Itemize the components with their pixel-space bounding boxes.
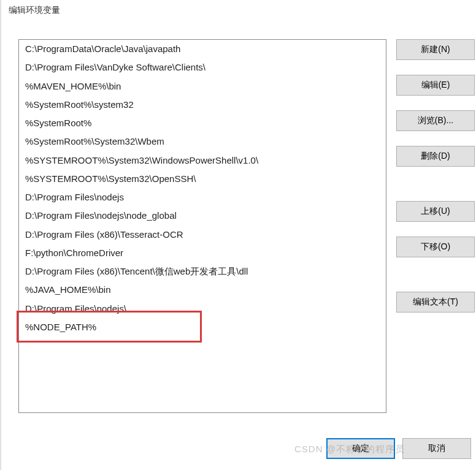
list-item[interactable]: %SystemRoot%\System32\Wbem [19,132,386,151]
list-item[interactable]: D:\Program Files\nodejs [19,188,386,207]
list-item[interactable]: D:\Program Files (x86)\Tesseract-OCR [19,226,386,244]
window-title: 编辑环境变量 [9,5,60,15]
delete-button[interactable]: 删除(D) [396,146,475,167]
title-bar: 编辑环境变量 [1,0,476,21]
list-item[interactable]: %JAVA_HOME%\bin [19,281,386,299]
list-item[interactable]: %SystemRoot% [19,114,386,132]
move-up-button[interactable]: 上移(U) [396,201,475,222]
path-listbox[interactable]: C:\ProgramData\Oracle\Java\javapath D:\P… [18,39,386,413]
list-item[interactable]: D:\Program Files\nodejs\ [19,300,386,318]
list-item[interactable]: %SYSTEMROOT%\System32\OpenSSH\ [19,170,386,188]
list-item[interactable]: %MAVEN_HOME%\bin [19,77,386,96]
new-button[interactable]: 新建(N) [396,39,475,60]
bottom-bar: 确定 取消 [326,438,471,459]
list-item[interactable]: %SYSTEMROOT%\System32\WindowsPowerShell\… [19,151,386,170]
ok-button[interactable]: 确定 [326,438,395,459]
list-item[interactable]: %SystemRoot%\system32 [19,96,386,114]
list-item[interactable]: D:\Program Files\nodejs\node_global [19,207,386,225]
cancel-button[interactable]: 取消 [402,438,471,459]
edit-button[interactable]: 编辑(E) [396,75,475,96]
browse-button[interactable]: 浏览(B)... [396,110,475,131]
list-item[interactable]: C:\ProgramData\Oracle\Java\javapath [19,40,386,58]
dialog-window: 编辑环境变量 C:\ProgramData\Oracle\Java\javapa… [0,0,476,470]
button-column: 新建(N) 编辑(E) 浏览(B)... 删除(D) 上移(U) 下移(O) 编… [396,39,475,436]
list-item[interactable]: %NODE_PATH% [19,318,386,336]
list-item[interactable]: D:\Program Files (x86)\Tencent\微信web开发者工… [19,262,386,281]
edit-text-button[interactable]: 编辑文本(T) [396,292,475,313]
content-area: C:\ProgramData\Oracle\Java\javapath D:\P… [1,21,476,436]
list-item[interactable]: F:\python\ChromeDriver [19,244,386,262]
list-item[interactable]: D:\Program Files\VanDyke Software\Client… [19,58,386,77]
move-down-button[interactable]: 下移(O) [396,237,475,257]
